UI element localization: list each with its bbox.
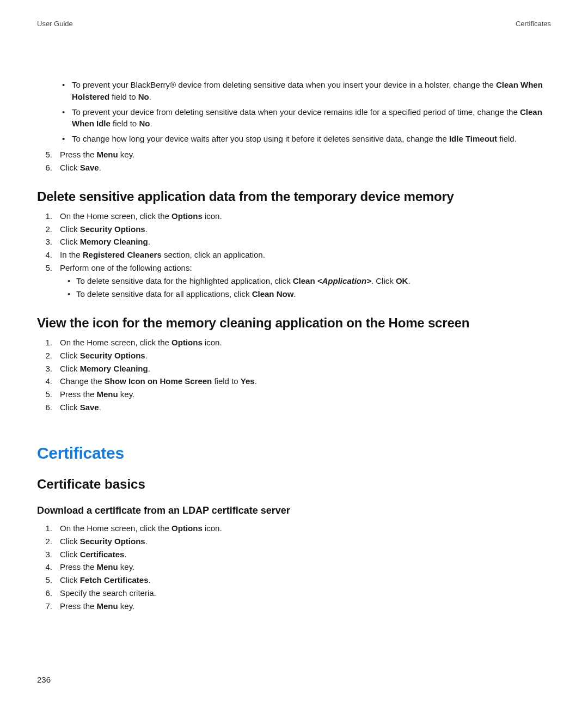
list-number: 2. bbox=[37, 349, 52, 362]
list-item: 4.Change the Show Icon on Home Screen fi… bbox=[37, 375, 551, 387]
list-number: 5. bbox=[37, 261, 52, 274]
list-item: 2.Click Security Options. bbox=[37, 349, 551, 362]
list-number: 3. bbox=[37, 235, 52, 248]
bullet-item: To prevent your device from deleting sen… bbox=[62, 106, 551, 130]
list-number: 6. bbox=[37, 587, 52, 599]
list-number: 3. bbox=[37, 548, 52, 561]
list-item: 4.Press the Menu key. bbox=[37, 561, 551, 573]
list-number: 5. bbox=[37, 388, 52, 400]
list-number: 7. bbox=[37, 600, 52, 612]
list-item: 4.In the Registered Cleaners section, cl… bbox=[37, 248, 551, 261]
intro-bullet-list: To prevent your BlackBerry® device from … bbox=[37, 79, 551, 145]
list-number: 1. bbox=[37, 336, 52, 349]
list-number: 2. bbox=[37, 223, 52, 235]
topic-heading-download-ldap: Download a certificate from an LDAP cert… bbox=[37, 505, 551, 516]
sub-bullet-list: To delete sensitive data for the highlig… bbox=[60, 275, 551, 300]
section-heading-delete-sensitive: Delete sensitive application data from t… bbox=[37, 189, 551, 204]
list-number: 1. bbox=[37, 210, 52, 222]
list-item: 5.Press the Menu key. bbox=[37, 148, 551, 161]
list-item: 3.Click Memory Cleaning. bbox=[37, 235, 551, 248]
sec2-steps-list: 1.On the Home screen, click the Options … bbox=[37, 336, 551, 413]
list-number: 6. bbox=[37, 401, 52, 413]
topic-steps-list: 1.On the Home screen, click the Options … bbox=[37, 522, 551, 612]
list-item: 1.On the Home screen, click the Options … bbox=[37, 336, 551, 349]
document-page: User Guide Certificates To prevent your … bbox=[0, 0, 588, 706]
list-number: 2. bbox=[37, 535, 52, 547]
running-header-left: User Guide bbox=[37, 20, 73, 28]
list-item: 6.Click Save. bbox=[37, 401, 551, 413]
list-item: 3.Click Memory Cleaning. bbox=[37, 362, 551, 375]
list-number: 4. bbox=[37, 375, 52, 387]
list-item: 2.Click Security Options. bbox=[37, 535, 551, 547]
sec1-steps-list: 1.On the Home screen, click the Options … bbox=[37, 210, 551, 300]
list-number: 4. bbox=[37, 248, 52, 261]
list-item: 5.Press the Menu key. bbox=[37, 388, 551, 400]
list-item: 1.On the Home screen, click the Options … bbox=[37, 210, 551, 222]
chapter-heading-certificates: Certificates bbox=[37, 444, 551, 462]
bullet-item: To change how long your device waits aft… bbox=[62, 133, 551, 145]
list-number: 5. bbox=[37, 574, 52, 586]
page-number: 236 bbox=[37, 675, 51, 684]
list-item: 3.Click Certificates. bbox=[37, 548, 551, 561]
list-number: 1. bbox=[37, 522, 52, 534]
list-number: 6. bbox=[37, 161, 52, 174]
bullet-item: To prevent your BlackBerry® device from … bbox=[62, 79, 551, 103]
list-item: 5.Perform one of the following actions:T… bbox=[37, 261, 551, 300]
section-heading-view-icon: View the icon for the memory cleaning ap… bbox=[37, 315, 551, 331]
list-item: 6.Specify the search criteria. bbox=[37, 587, 551, 599]
list-item: 6.Click Save. bbox=[37, 161, 551, 174]
list-item: 2.Click Security Options. bbox=[37, 223, 551, 235]
running-header-right: Certificates bbox=[516, 20, 551, 28]
content-body: To prevent your BlackBerry® device from … bbox=[37, 79, 551, 612]
running-header: User Guide Certificates bbox=[37, 20, 551, 28]
list-item: 1.On the Home screen, click the Options … bbox=[37, 522, 551, 534]
intro-steps-list: 5.Press the Menu key.6.Click Save. bbox=[37, 148, 551, 174]
subsection-heading-cert-basics: Certificate basics bbox=[37, 477, 551, 492]
bullet-item: To delete sensitive data for all applica… bbox=[68, 288, 551, 301]
list-item: 7.Press the Menu key. bbox=[37, 600, 551, 612]
bullet-item: To delete sensitive data for the highlig… bbox=[68, 275, 551, 288]
list-item: 5.Click Fetch Certificates. bbox=[37, 574, 551, 586]
list-number: 5. bbox=[37, 148, 52, 161]
list-number: 4. bbox=[37, 561, 52, 573]
list-number: 3. bbox=[37, 362, 52, 375]
